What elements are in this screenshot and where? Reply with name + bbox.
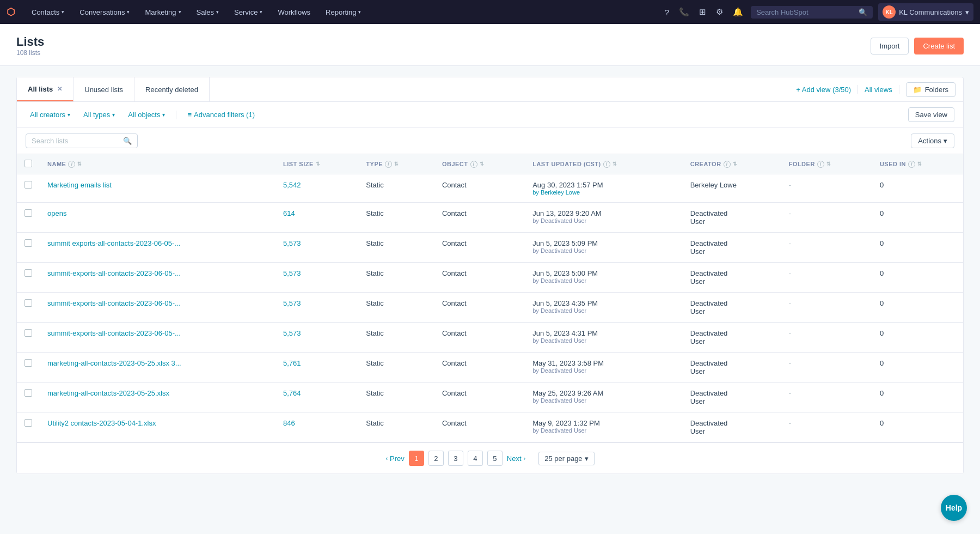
next-page-button[interactable]: Next › <box>507 454 525 463</box>
actions-button[interactable]: Actions ▾ <box>911 134 954 148</box>
row-last-updated: Jun 5, 2023 5:09 PM by Deactivated User <box>525 233 683 263</box>
row-checkbox[interactable] <box>24 181 32 189</box>
row-checkbox-cell[interactable] <box>17 263 40 293</box>
nav-marketing[interactable]: Marketing ▾ <box>137 0 188 24</box>
folder-icon: 📁 <box>913 86 922 94</box>
list-name-link[interactable]: Marketing emails list <box>47 181 112 189</box>
row-checkbox-cell[interactable] <box>17 383 40 412</box>
row-checkbox-cell[interactable] <box>17 174 40 203</box>
table-row: Utility2 contacts-2023-05-04-1.xlsx 846 … <box>17 412 963 442</box>
row-creator: DeactivatedUser <box>683 383 781 412</box>
row-type: Static <box>358 323 434 353</box>
row-list-size: 5,764 <box>275 383 358 412</box>
add-view-button[interactable]: + Add view (3/50) <box>796 86 851 94</box>
row-checkbox[interactable] <box>24 419 32 427</box>
row-checkbox[interactable] <box>24 239 32 247</box>
nav-service[interactable]: Service ▾ <box>226 0 270 24</box>
tabs-bar: All lists ✕ Unused lists Recently delete… <box>16 77 964 101</box>
row-checkbox-cell[interactable] <box>17 293 40 323</box>
actions-label: Actions <box>918 137 941 145</box>
col-type[interactable]: TYPE i ⇅ <box>358 154 434 174</box>
row-checkbox[interactable] <box>24 329 32 337</box>
create-list-button[interactable]: Create list <box>914 38 964 54</box>
save-view-button[interactable]: Save view <box>908 107 954 122</box>
last-updated-date: May 9, 2023 1:32 PM <box>532 419 675 427</box>
page-1-button[interactable]: 1 <box>409 451 424 466</box>
grid-icon[interactable]: ⊞ <box>697 5 708 19</box>
page-5-button[interactable]: 5 <box>487 451 503 466</box>
page-header: Lists 108 lists Import Create list <box>0 24 980 66</box>
nav-sales[interactable]: Sales ▾ <box>189 0 227 24</box>
col-used-in[interactable]: USED IN i ⇅ <box>872 154 963 174</box>
row-checkbox-cell[interactable] <box>17 353 40 383</box>
help-circle-icon[interactable]: ? <box>663 5 671 19</box>
select-all-column[interactable] <box>17 154 40 174</box>
per-page-selector[interactable]: 25 per page ▾ <box>538 452 594 465</box>
row-folder: - <box>781 233 872 263</box>
row-checkbox[interactable] <box>24 299 32 307</box>
row-checkbox[interactable] <box>24 359 32 367</box>
all-creators-filter[interactable]: All creators ▾ <box>26 108 75 121</box>
col-list-size[interactable]: LIST SIZE ⇅ <box>275 154 358 174</box>
user-name: KL Communications <box>899 8 962 16</box>
row-folder: - <box>781 353 872 383</box>
col-last-updated[interactable]: LAST UPDATED (CST) i ⇅ <box>525 154 683 174</box>
row-checkbox[interactable] <box>24 269 32 277</box>
page-4-button[interactable]: 4 <box>468 451 483 466</box>
prev-page-button[interactable]: ‹ Prev <box>385 454 404 463</box>
search-input[interactable] <box>32 137 119 145</box>
nav-contacts[interactable]: Contacts ▾ <box>24 0 72 24</box>
list-name-link[interactable]: summit-exports-all-contacts-2023-06-05-.… <box>47 329 181 337</box>
global-search-input[interactable] <box>756 8 854 16</box>
search-box[interactable]: 🔍 <box>26 134 138 148</box>
list-name-link[interactable]: summit-exports-all-contacts-2023-06-05-.… <box>47 299 181 307</box>
page-3-button[interactable]: 3 <box>448 451 463 466</box>
page-2-button[interactable]: 2 <box>428 451 444 466</box>
sort-icon: ⇅ <box>316 161 321 167</box>
all-types-filter[interactable]: All types ▾ <box>79 108 119 121</box>
folders-button[interactable]: 📁 Folders <box>906 82 955 97</box>
col-creator[interactable]: CREATOR i ⇅ <box>683 154 781 174</box>
filters-bar: All creators ▾ All types ▾ All objects ▾… <box>16 101 964 128</box>
row-checkbox-cell[interactable] <box>17 203 40 233</box>
row-folder: - <box>781 203 872 233</box>
row-checkbox-cell[interactable] <box>17 323 40 353</box>
all-objects-filter[interactable]: All objects ▾ <box>124 108 169 121</box>
row-checkbox-cell[interactable] <box>17 412 40 442</box>
tab-recently-deleted[interactable]: Recently deleted <box>134 77 210 101</box>
tab-unused-lists[interactable]: Unused lists <box>74 77 134 101</box>
select-all-checkbox[interactable] <box>24 160 32 167</box>
tab-all-lists-label: All lists <box>28 85 53 93</box>
list-name-link[interactable]: summit-exports-all-contacts-2023-06-05-.… <box>47 269 181 277</box>
all-views-button[interactable]: All views <box>865 86 892 94</box>
row-used-in: 0 <box>872 383 963 412</box>
tab-all-lists[interactable]: All lists ✕ <box>17 77 74 101</box>
row-checkbox[interactable] <box>24 209 32 217</box>
advanced-filters-button[interactable]: ≡ Advanced filters (1) <box>183 108 259 121</box>
last-updated-date: Jun 5, 2023 4:31 PM <box>532 329 675 337</box>
phone-icon[interactable]: 📞 <box>677 5 691 19</box>
import-button[interactable]: Import <box>871 38 909 54</box>
global-search[interactable]: 🔍 <box>751 6 873 19</box>
list-name-link[interactable]: summit exports-all-contacts-2023-06-05-.… <box>47 239 180 247</box>
col-name[interactable]: NAME i ⇅ <box>40 154 275 174</box>
list-name-link[interactable]: Utility2 contacts-2023-05-04-1.xlsx <box>47 419 156 427</box>
updated-by-link[interactable]: by Berkeley Lowe <box>532 189 580 196</box>
settings-icon[interactable]: ⚙ <box>714 5 725 19</box>
row-checkbox[interactable] <box>24 389 32 397</box>
list-name-link[interactable]: marketing-all-contacts-2023-05-25.xlsx 3… <box>47 359 181 367</box>
col-folder[interactable]: FOLDER i ⇅ <box>781 154 872 174</box>
tab-close-icon[interactable]: ✕ <box>57 86 62 93</box>
row-type: Static <box>358 203 434 233</box>
list-name-link[interactable]: marketing-all-contacts-2023-05-25.xlsx <box>47 389 169 397</box>
row-checkbox-cell[interactable] <box>17 233 40 263</box>
nav-reporting[interactable]: Reporting ▾ <box>318 0 369 24</box>
user-menu[interactable]: KL KL Communications ▾ <box>878 3 973 21</box>
col-object[interactable]: OBJECT i ⇅ <box>434 154 525 174</box>
hubspot-logo[interactable]: ⬡ <box>7 6 15 18</box>
nav-workflows[interactable]: Workflows <box>270 0 318 24</box>
list-name-link[interactable]: opens <box>47 209 66 217</box>
row-name: marketing-all-contacts-2023-05-25.xlsx 3… <box>40 353 275 383</box>
bell-icon[interactable]: 🔔 <box>731 5 745 19</box>
nav-conversations[interactable]: Conversations ▾ <box>72 0 137 24</box>
